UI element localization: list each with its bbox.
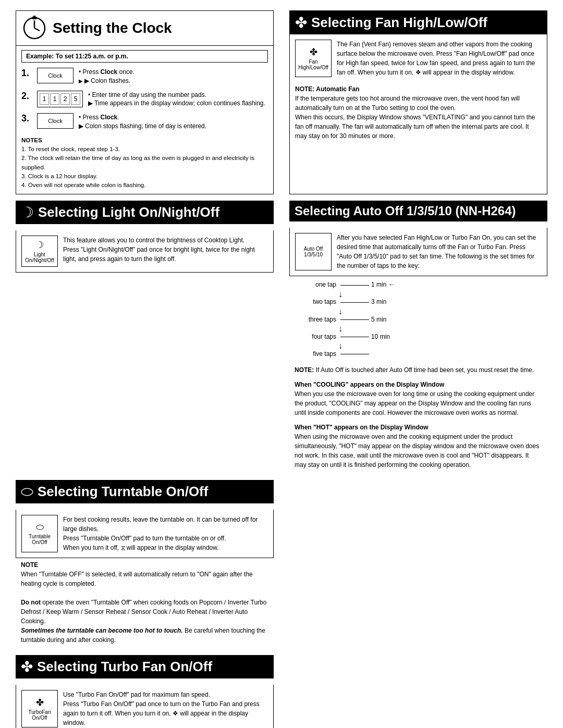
auto-off-content: Auto Off 1/3/5/10 After you have selecte… <box>289 228 547 276</box>
step-1-display: Clock <box>37 68 74 83</box>
turntable-title: Selecting Turntable On/Off <box>38 484 208 500</box>
step-3-text: • Press Clock. ▶ Colon stops flashing; t… <box>79 113 268 131</box>
turbo-content: ✤ TurboFan On/Off Use "Turbo Fan On/Off"… <box>16 685 274 728</box>
light-section-header: ☽ Selecting Light On/Night/Off <box>16 201 274 224</box>
fan-high-note: NOTE: Automatic Fan If the temperature g… <box>290 82 547 145</box>
auto-off-header: Selecting Auto Off 1/3/5/10 (NN-H264) <box>289 201 547 221</box>
turbo-section-header: ✤ Selecting Turbo Fan On/Off <box>16 655 274 678</box>
clock-icon <box>21 15 47 41</box>
clock-section-header: Setting the Clock <box>16 11 273 46</box>
right-col-spacer <box>289 655 547 728</box>
turntable-content: ⬭ Turntable On/Off For best cooking resu… <box>16 510 274 558</box>
light-section-title: Selecting Light On/Night/Off <box>38 204 219 220</box>
cooling-note: When "COOLING" appears on the Display Wi… <box>289 378 547 421</box>
svg-line-2 <box>34 28 40 31</box>
auto-off-section: Selecting Auto Off 1/3/5/10 (NN-H264) Au… <box>289 201 547 473</box>
step-2-number: 2. <box>21 91 32 102</box>
turbo-section: ✤ Selecting Turbo Fan On/Off ✤ TurboFan … <box>16 655 274 728</box>
light-content: ☽ Light On/Night/Off This feature allows… <box>16 230 274 273</box>
clock-step-2: 2. 1 1 2 5 • Enter time of day using the… <box>21 91 268 108</box>
clock-step-3: 3. Clock • Press Clock. ▶ Colon stops fl… <box>21 113 268 131</box>
light-section: ☽ Selecting Light On/Night/Off ☽ Light O… <box>16 201 274 473</box>
fan-high-section-header: ✤ Selecting Fan High/Low/Off <box>290 11 547 34</box>
fan-high-pad-icon: ✤ Fan High/Low/Off <box>295 40 332 77</box>
turntable-notes: NOTE When "Turntable OFF" is selected, i… <box>16 558 274 649</box>
auto-off-pad-icon: Auto Off 1/3/5/10 <box>295 233 332 270</box>
fan-high-content: ✤ Fan High/Low/Off The Fan (Vent Fan) re… <box>290 34 547 82</box>
step-3-display: Clock <box>37 113 74 129</box>
light-pad-icon: ☽ Light On/Night/Off <box>21 236 58 267</box>
turntable-desc: For best cooking results, leave the turn… <box>63 515 268 552</box>
turbo-desc: Use "Turbo Fan On/Off" pad for maximum f… <box>63 690 268 727</box>
timing-diagram: one tap 1 min ← ↓ two taps 3 min ↓ three… <box>289 276 547 363</box>
auto-off-note: NOTE: If Auto Off is touched after Auto … <box>289 363 547 378</box>
turntable-section-header: ⬭ Selecting Turntable On/Off <box>16 480 274 503</box>
fan-high-icon: ✤ <box>295 14 307 31</box>
turntable-section: ⬭ Selecting Turntable On/Off ⬭ Turntable… <box>16 480 274 649</box>
fan-high-section: ✤ Selecting Fan High/Low/Off ✤ Fan High/… <box>289 10 547 194</box>
hot-note: When "HOT" appears on the Display Window… <box>289 421 547 474</box>
auto-off-title: Selecting Auto Off 1/3/5/10 (NN-H264) <box>295 204 516 218</box>
turntable-icon: ⬭ <box>21 483 33 500</box>
clock-example-bar: Example: To set 11:25 a.m. or p.m. <box>21 50 268 63</box>
fan-high-title: Selecting Fan High/Low/Off <box>311 15 487 31</box>
light-desc: This feature allows you to control the b… <box>63 236 268 267</box>
clock-notes: NOTES 1. To reset the clock, repeat step… <box>21 136 268 190</box>
auto-off-desc: After you have selected Fan High/Low or … <box>337 233 542 270</box>
clock-section: Setting the Clock Example: To set 11:25 … <box>16 10 274 194</box>
step-2-text: • Enter time of day using the number pad… <box>88 91 268 108</box>
clock-step-1: 1. Clock • Press Clock once. ▶ Colon fla… <box>21 68 268 85</box>
light-icon: ☽ <box>21 204 34 221</box>
clock-section-title: Setting the Clock <box>53 20 172 36</box>
step-3-number: 3. <box>21 113 32 124</box>
step-1-number: 1. <box>21 68 32 79</box>
turbo-pad-icon: ✤ TurboFan On/Off <box>21 690 58 727</box>
fan-high-desc: The Fan (Vent Fan) removes steam and oth… <box>337 40 542 77</box>
step-2-display: 1 1 2 5 <box>37 91 83 107</box>
turbo-section-title: Selecting Turbo Fan On/Off <box>37 659 212 675</box>
svg-rect-4 <box>33 16 35 18</box>
turntable-pad-icon: ⬭ Turntable On/Off <box>21 515 58 552</box>
step-1-text: • Press Clock once. ▶ Colon flashes. <box>79 68 268 85</box>
turbo-icon: ✤ <box>21 658 33 675</box>
